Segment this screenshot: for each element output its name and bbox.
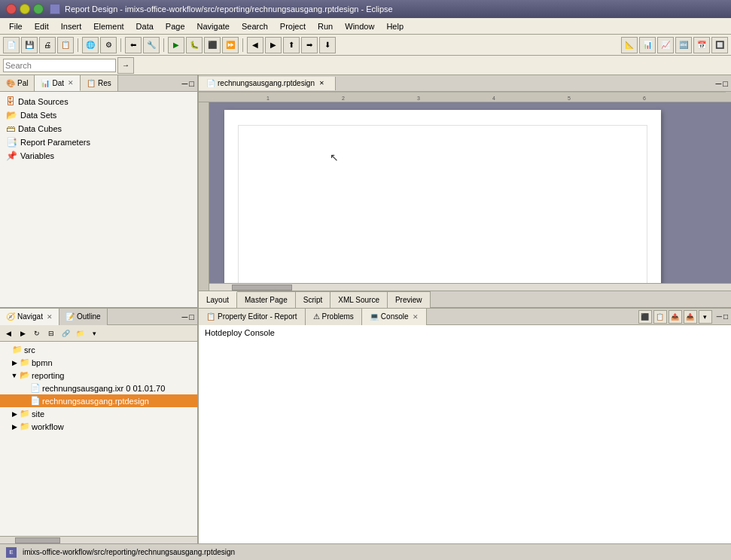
nav-collapse-btn[interactable]: ⊟ [44, 327, 58, 340]
editor-maximize[interactable]: □ [723, 79, 728, 88]
report-parameters-item[interactable]: 📑 Report Parameters [0, 135, 197, 149]
toolbar-right-3[interactable]: 📈 [657, 37, 674, 53]
print-button[interactable]: 🖨 [39, 37, 56, 53]
window-controls[interactable] [6, 4, 44, 14]
nav-minimize[interactable]: ─ [182, 312, 188, 321]
toolbar-right-4[interactable]: 🔤 [675, 37, 692, 53]
toolbar-btn-17[interactable]: ⬇ [319, 37, 336, 53]
nav-maximize[interactable]: □ [189, 312, 194, 321]
nav-item-ixr[interactable]: 📄 rechnungsausgang.ixr 0 01.01.70 [0, 382, 197, 394]
close-button[interactable] [6, 4, 17, 14]
nav-item-workflow[interactable]: ▶ 📁 workflow [0, 420, 197, 433]
tab-property-editor[interactable]: 📋 Property Editor - Report [199, 309, 306, 325]
nav-item-src[interactable]: 📁 src [0, 343, 197, 356]
toolbar-btn-7[interactable]: ⬅ [125, 37, 142, 53]
nav-back-btn[interactable]: ◀ [2, 327, 15, 340]
tab-xml-source[interactable]: XML Source [330, 291, 388, 308]
tab-resources[interactable]: 📋 Res [81, 75, 118, 91]
menu-navigate[interactable]: Navigate [191, 20, 236, 32]
menu-run[interactable]: Run [312, 20, 339, 32]
browse-button[interactable]: 🌐 [82, 37, 99, 53]
console-btn-3[interactable]: 📤 [669, 310, 682, 324]
toolbar-btn-10[interactable]: 🐛 [186, 37, 203, 53]
data-sources-item[interactable]: 🗄 Data Sources [0, 95, 197, 108]
tab-problems[interactable]: ⚠ Problems [306, 309, 362, 325]
search-go-button[interactable]: → [117, 57, 134, 74]
tab-palette[interactable]: 🎨 Pal [0, 75, 35, 91]
horizontal-scrollbar[interactable] [209, 283, 731, 291]
search-input[interactable] [3, 59, 116, 72]
console-btn-2[interactable]: 📋 [653, 310, 667, 324]
prop-maximize[interactable]: □ [723, 312, 728, 321]
nav-item-reporting[interactable]: ▼ 📂 reporting [0, 369, 197, 382]
prop-minimize[interactable]: ─ [717, 312, 722, 321]
menu-element[interactable]: Element [87, 20, 129, 32]
toolbar-btn-6[interactable]: ⚙ [100, 37, 117, 53]
tab-outline[interactable]: 📝 Outline [59, 309, 108, 325]
panel-maximize[interactable]: □ [189, 79, 194, 88]
toolbar-right-5[interactable]: 📅 [693, 37, 710, 53]
toolbar-right-1[interactable]: 📐 [621, 37, 638, 53]
menu-search[interactable]: Search [236, 20, 274, 32]
editor-minimize[interactable]: ─ [716, 79, 722, 88]
nav-h-scroll-thumb[interactable] [15, 537, 60, 543]
toolbar-right-6[interactable]: 🔲 [711, 37, 728, 53]
maximize-button[interactable] [33, 4, 44, 14]
nav-fwd[interactable]: ▶ [265, 37, 282, 53]
menu-data[interactable]: Data [130, 20, 160, 32]
data-cubes-item[interactable]: 🗃 Data Cubes [0, 122, 197, 135]
toolbar-btn-12[interactable]: ⏩ [222, 37, 239, 53]
nav-back[interactable]: ◀ [247, 37, 263, 53]
nav-controls[interactable]: ─ □ [179, 312, 197, 321]
tab-navigator[interactable]: 🧭 Navigat ✕ [0, 309, 59, 325]
design-canvas[interactable]: ↖ [209, 102, 731, 291]
nav-item-bpmn[interactable]: ▶ 📁 bpmn [0, 356, 197, 369]
nav-link-btn[interactable]: 🔗 [59, 327, 72, 340]
nav-item-site[interactable]: ▶ 📁 site [0, 407, 197, 420]
minimize-button[interactable] [20, 4, 30, 14]
data-sets-item[interactable]: 📂 Data Sets [0, 108, 197, 122]
menu-window[interactable]: Window [339, 20, 380, 32]
toolbar-btn-15[interactable]: ⬆ [283, 37, 300, 53]
console-btn-1[interactable]: ⬛ [638, 310, 652, 324]
menu-insert[interactable]: Insert [55, 20, 88, 32]
panel-controls[interactable]: ─ □ [179, 75, 197, 91]
menu-edit[interactable]: Edit [29, 20, 55, 32]
panel-minimize[interactable]: ─ [182, 79, 188, 88]
nav-item-rptdesign[interactable]: 📄 rechnungsausgang.rptdesign [0, 394, 197, 407]
save-button[interactable]: 💾 [21, 37, 38, 53]
editor-canvas-area[interactable]: 1 2 3 4 5 6 [199, 92, 731, 291]
menu-help[interactable]: Help [380, 20, 410, 32]
menu-page[interactable]: Page [160, 20, 191, 32]
nav-refresh-btn[interactable]: ↻ [30, 327, 44, 340]
data-tab-close[interactable]: ✕ [68, 79, 74, 87]
menu-project[interactable]: Project [274, 20, 312, 32]
tab-data[interactable]: 📊 Dat ✕ [35, 75, 81, 91]
nav-new-btn[interactable]: 📁 [73, 327, 87, 340]
console-tab-close[interactable]: ✕ [413, 313, 419, 321]
tab-script[interactable]: Script [296, 291, 331, 308]
stop-button[interactable]: ⬛ [204, 37, 221, 53]
menu-file[interactable]: File [3, 20, 29, 32]
console-btn-4[interactable]: 📥 [684, 310, 697, 324]
run-button[interactable]: ▶ [168, 37, 184, 53]
toolbar-btn-8[interactable]: 🔧 [143, 37, 160, 53]
nav-fwd-btn[interactable]: ▶ [16, 327, 29, 340]
tab-console[interactable]: 💻 Console ✕ [362, 309, 427, 325]
editor-panel-controls[interactable]: ─ □ [713, 79, 731, 88]
toolbar-btn-4[interactable]: 📋 [57, 37, 74, 53]
editor-tab-close[interactable]: ✕ [317, 78, 327, 89]
tab-master-page[interactable]: Master Page [237, 291, 296, 308]
new-button[interactable]: 📄 [3, 37, 20, 53]
toolbar-right-2[interactable]: 📊 [639, 37, 656, 53]
tab-layout[interactable]: Layout [199, 291, 237, 308]
editor-tab-rptdesign[interactable]: 📄 rechnungsausgang.rptdesign ✕ [199, 77, 336, 90]
variables-item[interactable]: 📌 Variables [0, 149, 197, 163]
nav-tab-close[interactable]: ✕ [47, 313, 53, 321]
nav-menu-btn[interactable]: ▾ [87, 327, 101, 340]
nav-h-scrollbar[interactable] [0, 536, 197, 543]
toolbar-btn-16[interactable]: ➡ [301, 37, 318, 53]
tab-preview[interactable]: Preview [388, 291, 431, 308]
console-btn-5[interactable]: ▾ [699, 310, 712, 324]
prop-toolbar-right: ⬛ 📋 📤 📥 ▾ ─ □ [635, 310, 731, 324]
